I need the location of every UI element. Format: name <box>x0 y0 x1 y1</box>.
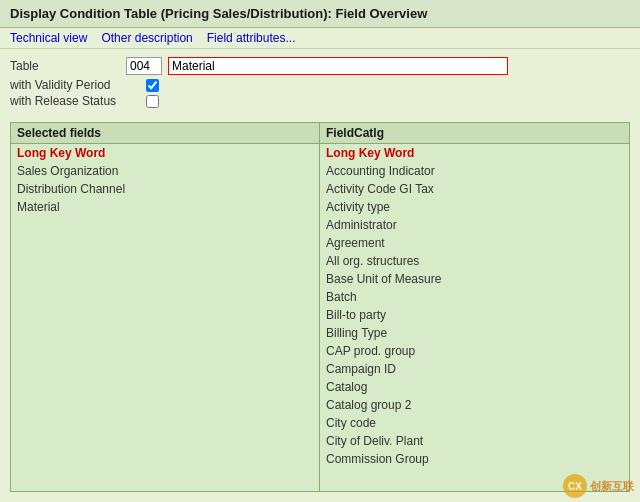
list-item[interactable]: City code <box>320 414 629 432</box>
menu-item-1[interactable]: Other description <box>101 31 192 45</box>
list-item[interactable]: Batch <box>320 288 629 306</box>
form-area: Table with Validity Period with Release … <box>0 49 640 116</box>
selected-fields-list: Long Key WordSales OrganizationDistribut… <box>11 144 319 216</box>
release-label: with Release Status <box>10 94 140 108</box>
selected-fields-column: Selected fields Long Key WordSales Organ… <box>11 123 320 491</box>
validity-label: with Validity Period <box>10 78 140 92</box>
list-item[interactable]: Catalog <box>320 378 629 396</box>
watermark-logo: CX <box>563 474 587 498</box>
list-item[interactable]: Campaign ID <box>320 360 629 378</box>
selected-fields-header: Selected fields <box>11 123 319 144</box>
list-item[interactable]: Base Unit of Measure <box>320 270 629 288</box>
table-code-input[interactable] <box>126 57 162 75</box>
list-item[interactable]: Activity Code GI Tax <box>320 180 629 198</box>
table-name-input[interactable] <box>168 57 508 75</box>
table-label: Table <box>10 59 120 73</box>
list-item[interactable]: Bill-to party <box>320 306 629 324</box>
list-item[interactable]: Long Key Word <box>320 144 629 162</box>
list-item[interactable]: Agreement <box>320 234 629 252</box>
menu-bar: Technical viewOther descriptionField att… <box>0 28 640 49</box>
watermark-text: 创新互联 <box>590 479 634 494</box>
title-bar: Display Condition Table (Pricing Sales/D… <box>0 0 640 28</box>
list-item[interactable]: City of Deliv. Plant <box>320 432 629 450</box>
list-item[interactable]: Administrator <box>320 216 629 234</box>
page-title: Display Condition Table (Pricing Sales/D… <box>10 6 427 21</box>
field-catalog-column: FieldCatlg Long Key WordAccounting Indic… <box>320 123 629 491</box>
list-item[interactable]: Billing Type <box>320 324 629 342</box>
list-item[interactable]: Distribution Channel <box>11 180 319 198</box>
list-item[interactable]: Sales Organization <box>11 162 319 180</box>
release-checkbox[interactable] <box>146 95 159 108</box>
field-catalog-list: Long Key WordAccounting IndicatorActivit… <box>320 144 629 468</box>
list-item[interactable]: All org. structures <box>320 252 629 270</box>
columns-container: Selected fields Long Key WordSales Organ… <box>10 122 630 492</box>
list-item[interactable]: Accounting Indicator <box>320 162 629 180</box>
list-item[interactable]: Activity type <box>320 198 629 216</box>
validity-checkbox[interactable] <box>146 79 159 92</box>
field-catalog-header: FieldCatlg <box>320 123 629 144</box>
watermark: CX 创新互联 <box>563 474 634 498</box>
list-item[interactable]: Commission Group <box>320 450 629 468</box>
menu-item-2[interactable]: Field attributes... <box>207 31 296 45</box>
menu-item-0[interactable]: Technical view <box>10 31 87 45</box>
list-item[interactable]: Long Key Word <box>11 144 319 162</box>
list-item[interactable]: CAP prod. group <box>320 342 629 360</box>
list-item[interactable]: Material <box>11 198 319 216</box>
list-item[interactable]: Catalog group 2 <box>320 396 629 414</box>
